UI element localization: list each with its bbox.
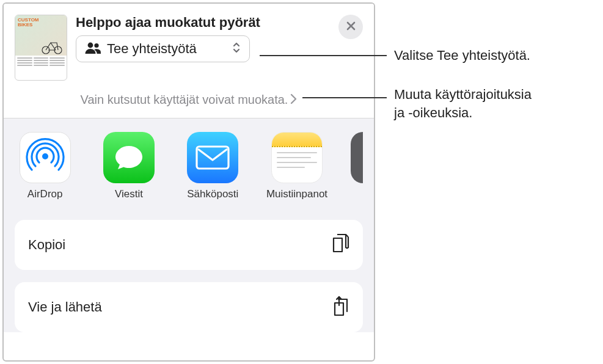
callout-line	[302, 97, 387, 98]
chevron-right-icon	[290, 93, 297, 107]
airdrop-icon	[20, 132, 71, 183]
export-icon	[331, 296, 349, 319]
callout-collaborate: Valitse Tee yhteistyötä.	[260, 46, 530, 65]
callout-text: Muuta käyttörajoituksia ja -oikeuksia.	[394, 86, 532, 122]
svg-point-6	[42, 153, 48, 159]
callout-text: Valitse Tee yhteistyötä.	[394, 46, 530, 65]
document-thumbnail: CUSTOM BIKES	[15, 15, 67, 81]
mail-icon	[187, 132, 238, 183]
share-app-mail[interactable]: Sähköposti	[183, 132, 243, 200]
document-title: Helppo ajaa muokatut pyörät	[76, 15, 330, 31]
action-label: Vie ja lähetä	[28, 299, 102, 315]
action-label: Kopioi	[28, 237, 65, 253]
thumbnail-badge: CUSTOM BIKES	[18, 18, 39, 27]
close-icon	[346, 21, 356, 34]
app-label: Muistiinpanot	[266, 188, 327, 200]
app-label: AirDrop	[27, 188, 63, 200]
share-app-notes[interactable]: Muistiinpanot	[266, 132, 327, 200]
collaborate-dropdown[interactable]: Tee yhteistyötä	[76, 35, 250, 62]
share-actions: Kopioi Vie ja lähetä	[4, 205, 374, 332]
share-app-airdrop[interactable]: AirDrop	[15, 132, 75, 200]
messages-icon	[103, 132, 155, 183]
close-button[interactable]	[338, 15, 363, 39]
share-apps-row: AirDrop Viestit Sähköposti	[4, 118, 374, 205]
svg-rect-7	[197, 147, 228, 169]
share-app-messages[interactable]: Viestit	[98, 132, 159, 200]
collaborate-label: Tee yhteistyötä	[107, 41, 226, 57]
chevron-up-down-icon	[232, 42, 241, 56]
app-label: Viestit	[115, 188, 143, 200]
people-icon	[85, 42, 101, 56]
bike-icon	[41, 40, 63, 54]
copy-icon	[331, 233, 349, 257]
svg-point-3	[94, 43, 98, 48]
overflow-icon	[351, 132, 363, 183]
action-copy[interactable]: Kopioi	[15, 220, 363, 270]
app-label: Sähköposti	[187, 188, 238, 200]
callout-permissions: Muuta käyttörajoituksia ja -oikeuksia.	[302, 86, 532, 122]
svg-point-2	[88, 43, 93, 48]
notes-icon	[271, 132, 323, 183]
share-app-overflow[interactable]	[351, 132, 363, 200]
permissions-text: Vain kutsutut käyttäjät voivat muokata.	[81, 93, 288, 107]
callout-line	[260, 55, 387, 56]
share-header: CUSTOM BIKES Helppo ajaa muokatut pyörät…	[4, 4, 374, 86]
action-export[interactable]: Vie ja lähetä	[15, 282, 363, 332]
